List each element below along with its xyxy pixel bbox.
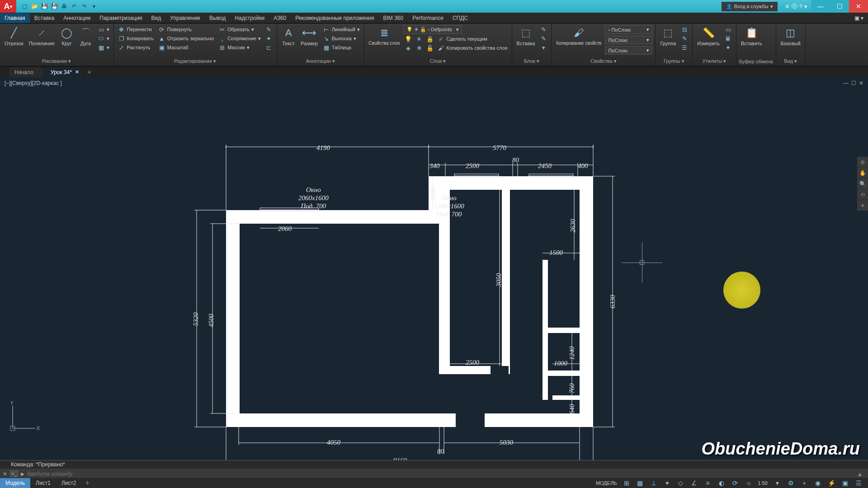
layer-off-button[interactable]: 💡 <box>403 35 413 43</box>
offset-button[interactable]: ⊏ <box>264 43 274 52</box>
cycling-toggle[interactable]: ⟳ <box>729 479 741 488</box>
command-input[interactable] <box>27 471 855 477</box>
ungroup-button[interactable]: ⊟ <box>679 25 689 33</box>
select-button[interactable]: ▭ <box>723 25 733 33</box>
tab-annotate[interactable]: Аннотации <box>59 13 95 23</box>
array-button[interactable]: ⊞Массив ▾ <box>217 43 262 52</box>
redo-icon[interactable]: ↷ <box>80 2 89 11</box>
grid-toggle[interactable]: ⊞ <box>621 479 632 488</box>
lineweight-dropdown[interactable]: ПоСлою▾ <box>605 46 652 55</box>
osnap-toggle[interactable]: ◇ <box>675 479 687 488</box>
polyline-button[interactable]: ⟋Полилиния <box>27 25 56 47</box>
tab-view[interactable]: Вид <box>147 13 166 23</box>
undo-icon[interactable]: ↶ <box>70 2 79 11</box>
tab-insert[interactable]: Вставка <box>30 13 59 23</box>
panel-view-title[interactable]: Вид ▾ <box>779 57 802 65</box>
minimize-button[interactable]: ― <box>811 0 830 13</box>
hardware-accel-icon[interactable]: ⚡ <box>826 479 837 488</box>
table-button[interactable]: ▦Таблица <box>321 43 361 52</box>
mirror-button[interactable]: ▲Отразить зеркально <box>157 34 215 42</box>
copy-layer-props-button[interactable]: 🖌Копировать свойства слоя <box>436 44 509 52</box>
layer-iso-button[interactable]: ◈ <box>403 44 413 52</box>
insert-block-button[interactable]: ⬚Вставка <box>515 25 537 47</box>
color-dropdown[interactable]: ▫ ПоСлою▾ <box>605 25 652 34</box>
tab-a360[interactable]: A360 <box>269 13 291 23</box>
match-props-button[interactable]: 🖌Копирование свойств <box>554 25 603 47</box>
new-icon[interactable]: ▢ <box>20 2 29 11</box>
tab-performance[interactable]: Performance <box>408 13 448 23</box>
circle-button[interactable]: ◯Круг <box>58 25 75 47</box>
attr-block-button[interactable]: ▾ <box>538 43 548 52</box>
group-select-button[interactable]: ☰ <box>679 43 689 52</box>
otrack-toggle[interactable]: ∠ <box>689 479 700 488</box>
polar-toggle[interactable]: ✦ <box>661 479 673 488</box>
group-edit-button[interactable]: ✎ <box>679 34 689 42</box>
tab-document[interactable]: Урок 34*✕ <box>45 67 82 77</box>
drawing-canvas[interactable]: [−][Сверху][2D-каркас ] ― ☐ ✕ <box>0 77 868 460</box>
tab-featured[interactable]: Рекомендованные приложения <box>291 13 378 23</box>
tab-parametric[interactable]: Параметризация <box>95 13 146 23</box>
nav-wheel-icon[interactable]: ⊕ <box>857 157 868 168</box>
tab-close-icon[interactable]: ✕ <box>75 69 79 75</box>
panel-block-title[interactable]: Блок ▾ <box>515 57 549 65</box>
print-icon[interactable]: 🖶 <box>60 2 69 11</box>
panel-utils-title[interactable]: Утилиты ▾ <box>695 57 733 65</box>
transparency-toggle[interactable]: ◐ <box>716 479 727 488</box>
tab-spds[interactable]: СПДС <box>448 13 472 23</box>
ucs-icon[interactable]: X Y <box>8 401 40 433</box>
create-block-button[interactable]: ✎ <box>538 25 548 33</box>
make-current-button[interactable]: ✓Сделать текущим <box>436 35 488 43</box>
move-button[interactable]: ✥Перенести <box>117 25 155 33</box>
open-icon[interactable]: 📂 <box>30 2 39 11</box>
cmd-close-icon[interactable]: ✕ <box>3 471 7 477</box>
panel-annot-title[interactable]: Аннотации ▾ <box>280 57 361 65</box>
exchange-icon[interactable]: ✕ <box>785 3 790 10</box>
erase-button[interactable]: ✎ <box>264 25 274 33</box>
nav-orbit-icon[interactable]: ⟲ <box>857 189 868 200</box>
app-store-icon[interactable]: Ⓐ <box>792 2 797 10</box>
nav-zoom-icon[interactable]: 🔍 <box>857 178 868 189</box>
qat-dropdown-icon[interactable]: ▾ <box>90 2 99 11</box>
hatch-button[interactable]: ▦▾ <box>96 43 111 52</box>
vp-max-icon[interactable]: ☐ <box>851 80 856 86</box>
help-dropdown-icon[interactable]: ▾ <box>804 3 807 10</box>
ortho-toggle[interactable]: ⊥ <box>648 479 660 488</box>
copy-button[interactable]: ❐Копировать <box>117 34 155 42</box>
layout-sheet1[interactable]: Лист1 <box>30 478 56 488</box>
nav-show-icon[interactable]: ▾ <box>857 200 868 211</box>
tab-start[interactable]: Начало <box>9 67 43 77</box>
stretch-button[interactable]: ⤢Растянуть <box>117 43 155 52</box>
saveas-icon[interactable]: 💾 <box>50 2 59 11</box>
layout-model[interactable]: Модель <box>0 478 30 488</box>
explode-button[interactable]: ✦ <box>264 34 274 42</box>
arc-button[interactable]: ⌒Дуга <box>77 25 94 47</box>
calc-button[interactable]: 🖩 <box>723 34 733 42</box>
layout-sheet2[interactable]: Лист2 <box>56 478 82 488</box>
linetype-dropdown[interactable]: ПоСлою▾ <box>605 36 652 44</box>
cmd-prompt-icon[interactable]: >_ <box>10 470 18 478</box>
annotation-monitor-icon[interactable]: + <box>798 479 810 488</box>
annotation-scale-icon[interactable]: ⟐ <box>743 479 755 488</box>
panel-layers-title[interactable]: Слои ▾ <box>367 57 509 65</box>
workspace-switch-icon[interactable]: ⚙ <box>785 479 797 488</box>
trim-button[interactable]: ✂Обрезать ▾ <box>217 25 262 33</box>
maximize-button[interactable]: ☐ <box>830 0 849 13</box>
clean-screen-icon[interactable]: ▣ <box>839 479 851 488</box>
tab-output[interactable]: Вывод <box>205 13 230 23</box>
layout-add-button[interactable]: + <box>82 479 93 487</box>
snap-toggle[interactable]: ▦ <box>634 479 646 488</box>
tab-manage[interactable]: Управление <box>165 13 205 23</box>
scale-button[interactable]: ▣Масштаб <box>157 43 215 52</box>
line-button[interactable]: ╱Отрезок <box>3 25 25 47</box>
leader-button[interactable]: ↘Выноска ▾ <box>321 34 361 42</box>
tab-addins[interactable]: Надстройки <box>230 13 269 23</box>
paste-button[interactable]: 📋Вставить <box>739 25 764 47</box>
customize-icon[interactable]: ☰ <box>853 479 864 488</box>
edit-block-button[interactable]: ✎ <box>538 34 548 42</box>
layer-dropdown[interactable]: 💡 ☀ 🔓 ▫ Defpoints▾ <box>403 25 462 34</box>
panel-modify-title[interactable]: Редактирование ▾ <box>117 57 274 65</box>
rotate-button[interactable]: ⟳Повернуть <box>157 25 215 33</box>
lwt-toggle[interactable]: ≡ <box>702 479 714 488</box>
login-button[interactable]: 👤 Вход в службы ▾ <box>722 2 778 11</box>
app-logo[interactable]: A▾ <box>0 0 16 13</box>
